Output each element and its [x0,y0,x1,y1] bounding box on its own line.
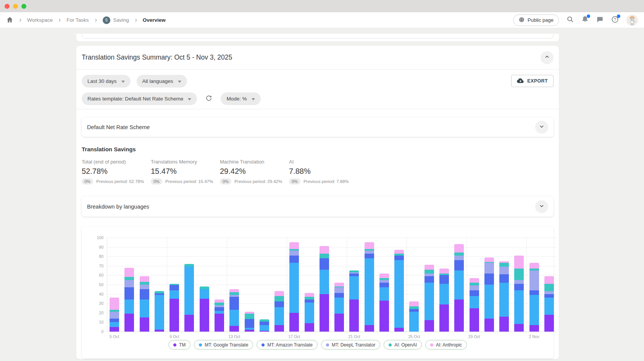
top-navbar: WorkspaceFor TasksSSavingOverview Public… [0,12,644,28]
window-titlebar [0,0,644,12]
x-axis-label: 29 Oct [468,334,480,339]
bar-segment [379,301,389,332]
bar-21-oct [349,270,359,332]
svg-text:?: ? [614,17,616,21]
notification-dot [587,15,590,18]
refresh-button[interactable] [205,95,212,103]
export-label: EXPORT [527,78,548,84]
bar-segment [424,270,434,274]
legend-item-ai-anthropic[interactable]: AI: Anthropic [425,340,467,350]
bar-segment [365,254,374,258]
collapse-panel-button[interactable] [541,51,554,64]
legend-item-mt-google-translate[interactable]: MT: Google Translate [194,340,253,350]
bar-segment [529,270,539,290]
expand-rate-scheme-button[interactable] [535,121,548,134]
notifications-button[interactable] [581,16,589,24]
bar-15-oct [260,319,269,332]
mode-filter[interactable]: Mode: % [221,92,260,105]
breadcrumb-label: For Tasks [66,17,89,23]
stat-sub: 0%Previous period: 52.78% [82,178,151,185]
bar-segment [529,295,539,325]
breadcrumb-label: Saving [113,17,129,23]
project-badge: S [103,16,110,24]
bar-segment [274,307,284,325]
bar-segment [365,258,374,325]
bar-segment [484,274,494,285]
bar-segment [439,269,449,273]
stat-label: Total (end of period) [82,159,151,165]
bar-26-oct [424,265,434,332]
y-axis-label: 40 [99,292,107,296]
bar-13-oct [229,289,239,332]
breadcrumb-item-workspace[interactable]: Workspace [27,17,53,23]
public-page-button[interactable]: Public page [513,15,559,26]
legend-label: TM [179,342,186,348]
chevron-right-icon [18,18,23,23]
bar-segment [320,270,329,294]
messages-button[interactable] [596,16,604,24]
divider [76,109,559,109]
bar-segment [424,320,434,332]
date-range-filter[interactable]: Last 30 days [82,75,131,87]
y-axis-line [107,238,107,332]
breadcrumb-item-overview[interactable]: Overview [143,17,166,23]
bar-segment [499,274,509,283]
bar-segment [514,256,524,269]
close-window-button[interactable] [5,4,10,9]
avatar[interactable] [626,15,638,26]
bar-14-oct [245,312,254,332]
languages-filter[interactable]: All languages [137,75,187,87]
bar-segment [379,287,389,300]
bar-segment [200,287,209,289]
previous-section-card-edge [76,34,559,41]
help-button[interactable]: ? [611,16,619,25]
bar-segment [499,263,509,267]
screen: WorkspaceFor TasksSSavingOverview Public… [0,0,644,361]
legend-item-mt-deepl-translator[interactable]: MT: DeepL Translator [321,340,380,350]
stat-column: Machine Translation29.42%0%Previous peri… [220,159,289,185]
legend-label: AI: OpenAI [394,342,417,348]
bar-segment [379,280,389,283]
y-axis-label: 20 [99,311,107,315]
bar-31-oct [499,261,509,332]
bar-segment [394,250,404,254]
search-button[interactable] [567,16,574,24]
home-button[interactable] [6,16,13,24]
expand-breakdown-button[interactable] [535,200,548,213]
legend-item-mt-amazon-translate[interactable]: MT: Amazon Translate [257,340,318,350]
previous-section-inner-box [82,34,554,39]
minimize-window-button[interactable] [13,4,18,9]
globe-icon [518,16,525,24]
bar-segment [140,282,149,285]
stat-delta-badge: 0% [289,178,300,185]
search-icon [567,16,574,24]
bar-segment [514,269,524,280]
stat-label: AI [289,159,358,165]
bar-segment [544,284,554,291]
bar-segment [289,313,299,332]
bar-segment [124,280,134,288]
breadcrumb-item-for-tasks[interactable]: For Tasks [66,17,89,23]
gridline-y [107,247,557,248]
bar-segment [289,263,299,312]
breakdown-card[interactable]: Breakdown by languages [82,196,554,217]
bar-segment [424,276,434,283]
zoom-window-button[interactable] [21,4,26,9]
legend-item-ai-openai[interactable]: AI: OpenAI [384,340,422,350]
bar-segment [245,314,254,319]
bar-segment [110,322,119,327]
rate-scheme-card[interactable]: Default Net Rate Scheme [82,117,554,137]
bar-segment [215,307,224,311]
breadcrumb-item-saving[interactable]: SSaving [103,16,129,24]
bar-segment [529,263,539,269]
bar-segment [260,331,269,332]
legend-dot [326,343,329,346]
bar-segment [484,319,494,332]
legend-item-tm[interactable]: TM [168,340,190,350]
export-button[interactable]: EXPORT [511,75,554,87]
rates-template-filter[interactable]: Rates template: Default Net Rate Scheme [82,92,197,105]
bar-segment [334,293,344,298]
x-axis-label: 17 Oct [288,334,300,339]
bar-segment [484,263,494,273]
x-axis-label: 13 Oct [228,334,240,339]
